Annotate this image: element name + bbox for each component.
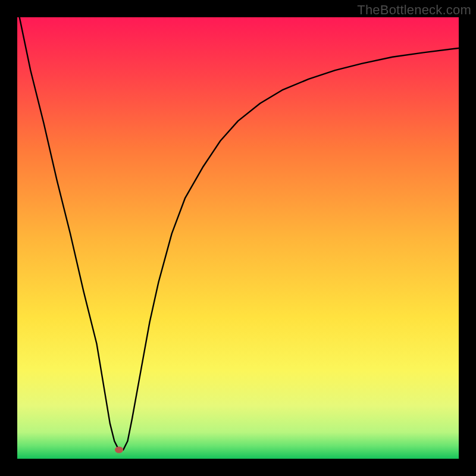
marker-dot — [115, 447, 123, 453]
bottleneck-plot — [17, 17, 459, 459]
gradient-background — [17, 17, 459, 459]
watermark-text: TheBottleneck.com — [357, 2, 471, 18]
chart-frame — [17, 17, 459, 459]
